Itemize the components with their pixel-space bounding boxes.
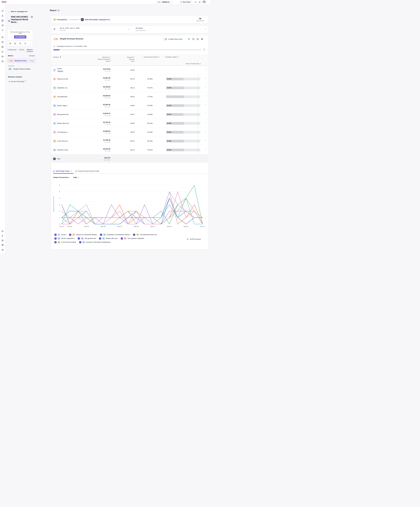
secondary-metric-item[interactable]: M2 Shopify Checkout Started (8, 68, 30, 70)
toolbar-kebab-menu-button[interactable] (28, 41, 33, 46)
expected-improvement: 70.61% (147, 146, 153, 154)
variation-badge: V6 (53, 122, 56, 125)
checkbox-checked-icon[interactable]: ✓ (55, 241, 56, 243)
help-icon[interactable]: ? (177, 56, 179, 58)
sidebar-item-dashboard-gauge[interactable] (1, 9, 4, 12)
metric-name[interactable]: Shopify Purchase Revenue (60, 38, 83, 40)
tab-date-range-graph[interactable]: Date Range Graph? (53, 170, 72, 172)
sidebar-item-ab-test[interactable] (1, 19, 4, 22)
sidebar-item-insights-cursor[interactable] (1, 36, 4, 39)
back-to-campaigns-link[interactable]: ← Back to campaigns list (8, 10, 27, 13)
tab-expected-improvement-graph[interactable]: Expected Improvement Graph (75, 170, 99, 172)
health-heart-icon[interactable] (188, 38, 190, 40)
settings-gear-icon[interactable] (201, 38, 203, 40)
legend-item-v3[interactable]: ✓V3Presseberichte über inne (133, 233, 157, 236)
sidebar-item-goal-target[interactable] (1, 45, 4, 48)
row-kebab-menu[interactable]: ⋮ (205, 95, 207, 96)
sidebar-item-browser-history[interactable] (1, 244, 4, 246)
tab-review[interactable]: Review (19, 49, 24, 50)
toolbar-duplicate-copy-button[interactable] (18, 41, 23, 46)
checkbox-checked-icon[interactable]: ✓ (121, 238, 123, 239)
deployed-variation-name: Presseberich... (57, 19, 68, 21)
unarchive-button[interactable]: Unarchive (14, 35, 26, 39)
row-kebab-menu[interactable]: ⋮ (205, 148, 207, 149)
legend-item-c[interactable]: ✓CControl (55, 233, 66, 236)
legend-item-v7[interactable]: ✓V7Von Experten empfohlen (121, 237, 144, 240)
help-icon[interactable]: ? (158, 56, 159, 58)
legend-item-v9[interactable]: ✓V9Gesehen in führenden Publikationen (79, 241, 111, 244)
sidebar-item-session-play[interactable] (1, 50, 4, 53)
sidebar-item-data-platform[interactable] (1, 41, 4, 43)
sidebar-item-server-stack[interactable] (1, 55, 4, 58)
edit-pencil-icon[interactable] (31, 16, 33, 18)
row-kebab-menu[interactable]: ⋮ (205, 77, 207, 78)
row-kebab-menu[interactable]: ⋮ (205, 122, 207, 123)
sidebar-item-split-url[interactable] (1, 29, 4, 32)
sidebar-item-side-panel[interactable] (1, 248, 4, 251)
checkbox-checked-icon[interactable]: ✓ (55, 234, 56, 236)
row-kebab-menu[interactable]: ⋮ (205, 86, 207, 87)
report-book-icon[interactable] (196, 38, 199, 40)
checkbox-checked-icon[interactable]: ✓ (69, 234, 71, 236)
session-recordings-link[interactable]: Session Recordings (8, 81, 26, 82)
visitor-segments-dropdown[interactable]: All Visitors Visitor Segments (135, 27, 146, 31)
checkbox-checked-icon[interactable]: ✓ (79, 241, 81, 243)
sidebar-item-video-tutorials[interactable] (1, 230, 4, 232)
row-kebab-menu[interactable]: ⋮ (205, 140, 207, 141)
checkbox-checked-icon[interactable]: ✓ (55, 238, 56, 239)
help-icon[interactable]: ? (199, 63, 201, 64)
sidebar-item-plan-calendar[interactable] (1, 60, 4, 63)
legend-item-v2[interactable]: ✓V2Empfohlen von bekannten Marken (100, 233, 130, 236)
sidebar-item-quick-actions[interactable] (1, 234, 4, 237)
checkbox-checked-icon[interactable]: ✓ (99, 238, 101, 239)
row-kebab-menu[interactable]: ⋮ (205, 69, 207, 70)
variations-filter-icon[interactable] (60, 56, 61, 58)
checkbox-checked-icon[interactable]: ✓ (78, 238, 80, 239)
back-link-label: Back to campaigns list (11, 11, 27, 12)
legend-item-v5[interactable]: ✓V5Wie gesehen bei (78, 237, 96, 240)
campaign-toolbar (7, 41, 33, 46)
total-visitors-label: Total Visitors (196, 20, 204, 21)
row-kebab-menu[interactable]: ⋮ (205, 113, 207, 114)
checkbox-checked-icon[interactable]: ✓ (133, 234, 135, 236)
in-depth-toggle[interactable] (163, 38, 167, 40)
activity-pulse-icon[interactable] (195, 1, 197, 3)
svg-text:Nov 11: Nov 11 (151, 226, 155, 227)
table-row-c: CControlBaseline€3,570.9517 / 1,175€3.04… (51, 66, 208, 75)
row-kebab-menu[interactable]: ⋮ (205, 131, 207, 132)
primary-metric-item[interactable]: ☆M1 Shopify Purchas... Primary (7, 58, 36, 63)
checkbox-checked-icon[interactable]: ✓ (100, 234, 102, 236)
tab-configuration[interactable]: Configuration (7, 49, 16, 50)
progress-bell-icon[interactable] (203, 48, 205, 50)
pie-chart-icon[interactable] (192, 38, 195, 40)
help-icon[interactable]: ? (133, 56, 134, 58)
legend-item-v8[interactable]: ✓V8In der Presse erwähnt (55, 241, 76, 244)
expected-value: - (134, 154, 134, 163)
play-circle-icon[interactable] (57, 9, 59, 11)
toolbar-history-clock-button[interactable] (23, 41, 28, 46)
toolbar-email-envelope-button[interactable] (13, 41, 18, 46)
compare-link[interactable]: Compare (29, 55, 35, 57)
interval-dropdown[interactable]: Daily (73, 176, 79, 178)
legend-item-v1[interactable]: ✓V1Vertraut von führenden Medien (69, 233, 97, 236)
help-icon[interactable]: ? (109, 56, 110, 58)
help-icon[interactable]: ? (71, 170, 72, 172)
legend-label: Control (61, 234, 66, 236)
deployed-campaign-link[interactable]: INNE-698 [HOME]: Highlighted M... (85, 19, 111, 21)
vwo-logo[interactable]: VwO (2, 1, 7, 3)
need-help-button[interactable]: Need Help? (179, 0, 192, 4)
legend-item-v6[interactable]: ✓V6Medien über inne (99, 237, 118, 240)
date-filter-dropdown[interactable]: Oct 31, 2025 - Nov 17, 2025 Date Filter (60, 27, 79, 31)
notifications-bell-icon[interactable] (199, 1, 201, 3)
row-kebab-menu[interactable]: ⋮ (205, 104, 207, 105)
tab-reports[interactable]: Reports (27, 49, 33, 50)
copy-icon[interactable] (168, 1, 169, 3)
sidebar-item-preferences-sliders[interactable] (1, 239, 4, 242)
toolbar-archive-box-button[interactable] (8, 41, 13, 46)
user-avatar[interactable] (203, 1, 206, 4)
metric-dropdown[interactable]: Unique Conversions (53, 176, 70, 178)
sidebar-item-widgets-grid[interactable] (1, 24, 4, 27)
account-switcher[interactable]: Inne #996036 (156, 0, 173, 4)
legend-item-v4[interactable]: ✓V4Wurde vorgestellt in (55, 237, 75, 240)
sidebar-item-lab-flask[interactable] (1, 14, 4, 17)
